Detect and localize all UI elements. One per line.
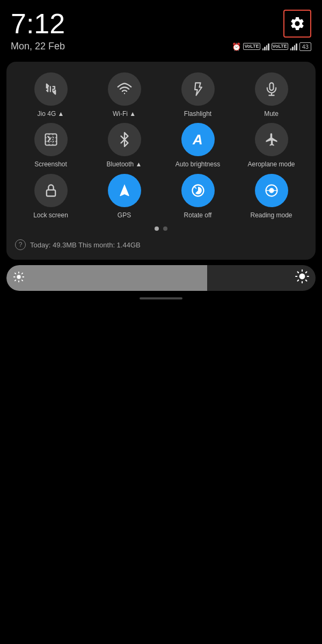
gear-icon — [289, 16, 305, 32]
bluetooth-icon — [117, 132, 132, 147]
time-display: 7:12 — [11, 10, 65, 38]
flashlight-icon — [191, 82, 206, 97]
autobrightness-icon: A — [193, 133, 203, 147]
mute-icon-circle — [255, 72, 288, 106]
gps-icon-circle — [108, 174, 141, 207]
date-status-row: Mon, 22 Feb ⏰ VoLTE VoLTE 43 — [0, 40, 322, 57]
aeroplane-icon — [264, 132, 279, 147]
nav-handle — [140, 297, 182, 299]
autobrightness-icon-circle: A — [181, 123, 215, 156]
qs-wifi[interactable]: Wi-Fi ▲ — [89, 72, 160, 118]
svg-rect-0 — [45, 134, 56, 145]
screenshot-label: Screenshot — [34, 160, 67, 168]
qs-rotateoff[interactable]: Rotate off — [162, 174, 233, 219]
page-dots — [15, 226, 307, 231]
readingmode-icon-circle — [255, 174, 288, 207]
svg-point-4 — [17, 275, 20, 279]
readingmode-label: Reading mode — [250, 211, 292, 219]
bluetooth-label: Bluetooth ▲ — [107, 160, 142, 168]
gps-label: GPS — [118, 211, 131, 219]
dot-2 — [163, 226, 167, 231]
qs-lockscreen[interactable]: Lock screen — [15, 174, 86, 219]
qs-bluetooth[interactable]: Bluetooth ▲ — [89, 123, 160, 168]
reading-icon — [264, 183, 279, 198]
lockscreen-label: Lock screen — [33, 211, 68, 219]
status-icons-group: ⏰ VoLTE VoLTE 43 — [232, 42, 311, 51]
wifi-icon-circle — [108, 72, 141, 106]
rotateoff-icon-circle — [181, 174, 215, 207]
svg-rect-1 — [46, 190, 55, 196]
qs-autobrightness[interactable]: A Auto brightness — [162, 123, 233, 168]
qs-mute[interactable]: Mute — [236, 72, 307, 118]
battery-icon: 43 — [299, 42, 311, 50]
rotateoff-label: Rotate off — [184, 211, 212, 219]
wifi-label: Wi-Fi ▲ — [113, 110, 136, 118]
data-usage-row: ? Today: 49.3MB This month: 1.44GB — [15, 237, 307, 251]
qs-jio4g[interactable]: Jio 4G ▲ — [15, 72, 86, 118]
date-display: Mon, 22 Feb — [11, 41, 65, 52]
qs-readingmode[interactable]: Reading mode — [236, 174, 307, 219]
jio4g-icon — [43, 82, 58, 97]
screenshot-icon — [43, 132, 58, 147]
brightness-fill — [6, 265, 207, 291]
autobrightness-label: Auto brightness — [175, 160, 220, 168]
lte1-badge: VoLTE — [243, 43, 260, 50]
wifi-icon — [117, 82, 132, 97]
aeroplanemode-label: Aeroplane mode — [247, 160, 295, 168]
qs-flashlight[interactable]: Flashlight — [162, 72, 233, 118]
lockscreen-icon-circle — [34, 174, 68, 207]
mute-icon — [264, 82, 279, 97]
qs-screenshot[interactable]: Screenshot — [15, 123, 86, 168]
bluetooth-icon-circle — [108, 123, 141, 156]
settings-button[interactable] — [283, 10, 311, 38]
data-usage-text: Today: 49.3MB This month: 1.44GB — [30, 241, 141, 249]
quick-settings-panel: Jio 4G ▲ Wi-Fi ▲ Flashlight — [6, 62, 316, 260]
brightness-high-icon — [295, 269, 309, 287]
lock-icon — [43, 183, 58, 198]
question-icon: ? — [15, 239, 26, 250]
jio4g-label: Jio 4G ▲ — [38, 110, 64, 118]
jio4g-icon-circle — [34, 72, 68, 106]
status-bar: 7:12 — [0, 0, 322, 40]
mute-label: Mute — [264, 110, 279, 118]
aeroplanemode-icon-circle — [255, 123, 288, 156]
brightness-slider[interactable] — [6, 265, 316, 291]
brightness-low-icon — [13, 271, 25, 285]
qs-aeroplanemode[interactable]: Aeroplane mode — [236, 123, 307, 168]
flashlight-label: Flashlight — [184, 110, 211, 118]
quick-settings-grid: Jio 4G ▲ Wi-Fi ▲ Flashlight — [15, 72, 307, 219]
qs-gps[interactable]: GPS — [89, 174, 160, 219]
signal2-icon — [290, 43, 297, 50]
dot-1 — [155, 226, 159, 231]
signal1-icon — [262, 43, 269, 50]
battery-level: 43 — [299, 42, 311, 51]
rotate-icon — [191, 183, 206, 198]
gps-icon — [117, 183, 132, 198]
flashlight-icon-circle — [181, 72, 215, 106]
screenshot-icon-circle — [34, 123, 68, 156]
alarm-icon: ⏰ — [232, 42, 241, 51]
lte2-badge: VoLTE — [272, 43, 288, 50]
svg-point-5 — [299, 274, 305, 280]
